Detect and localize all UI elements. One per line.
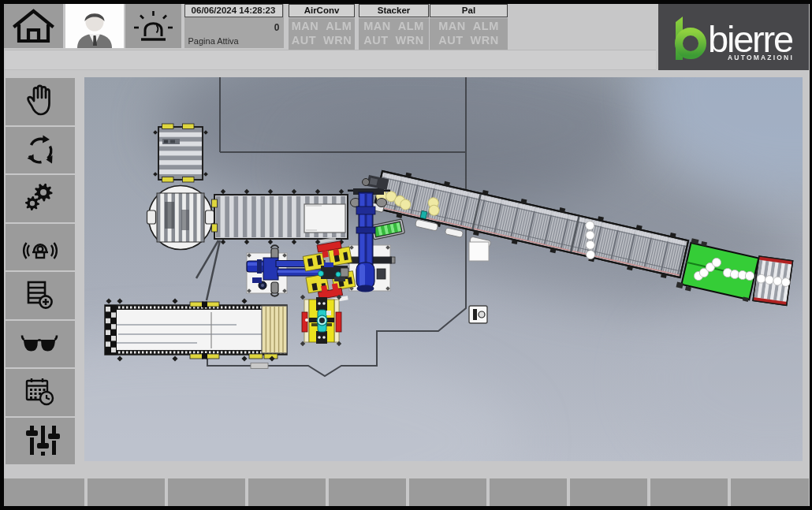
svg-text:AUTOMAZIONI: AUTOMAZIONI — [728, 54, 794, 61]
